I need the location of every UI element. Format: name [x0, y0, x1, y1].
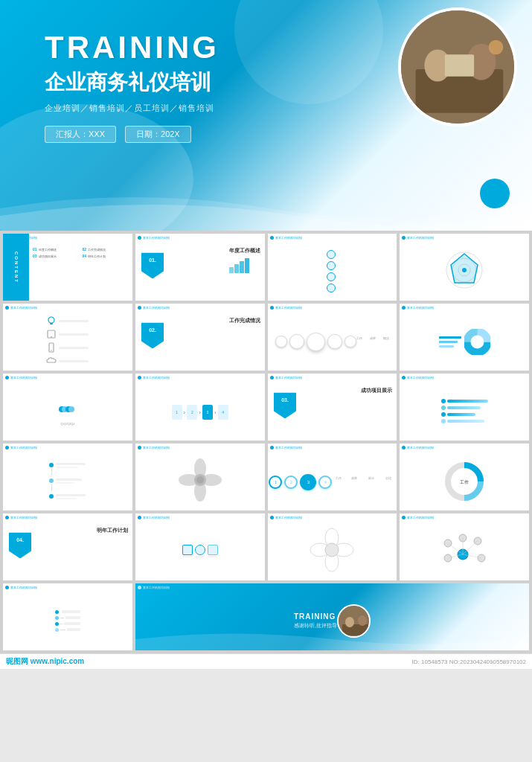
- date-tag: 日期：202X: [125, 126, 191, 143]
- gear-bar-1: [59, 320, 89, 322]
- svg-rect-13: [50, 323, 53, 324]
- content-bar: CONTENT: [3, 234, 29, 301]
- vt-dot-2: [49, 478, 54, 483]
- tablet-icon: [46, 329, 57, 339]
- thumb-network[interactable]: 童本工作机能培训报: [400, 513, 529, 580]
- thumb-radar[interactable]: 童本工作机能培训报: [400, 234, 529, 301]
- thumb-h-bars[interactable]: 童本工作机能培训报: [400, 374, 529, 441]
- thumb-header-text-22: 童本工作机能培训报: [10, 586, 37, 589]
- dot-text-3: [64, 622, 80, 625]
- circ-labels: 工作 成果 展示 总结: [332, 477, 395, 480]
- thumb-content-slide[interactable]: 童本工作机能培训报 CONTENT 01 年度工作概述 02 工作完成情况 03…: [3, 234, 132, 301]
- svg-text:02.: 02.: [149, 327, 156, 333]
- thumb-placeholder-1[interactable]: 童本工作机能培训报: [3, 583, 132, 650]
- dots-timeline: [52, 600, 83, 635]
- svg-text:04.: 04.: [16, 537, 24, 542]
- section03-content: 成功项目展示: [361, 387, 392, 394]
- thumb-ring-arrows[interactable]: 童本工作机能培训报 工作: [400, 444, 529, 510]
- thumb-white-flower[interactable]: 童本工作机能培训报: [268, 513, 397, 580]
- svg-point-22: [472, 336, 482, 347]
- cover-slide: TRAINING 企业商务礼仪培训 企业培训／销售培训／员工培训／销售培训 汇报…: [0, 0, 532, 231]
- label-03: 成功项目展示: [39, 254, 57, 258]
- hbar-row-2: [441, 406, 488, 410]
- radar-container: [444, 234, 485, 301]
- flower-svg: [178, 458, 222, 502]
- thumb-section03[interactable]: 童本工作机能培训报 03. 成功项目展示: [268, 374, 397, 441]
- thumb-icon-grid[interactable]: 童本工作机能培训报: [135, 513, 265, 580]
- icon-cell-3: [208, 545, 218, 557]
- thumb-header-14: 童本工作机能培训报: [5, 446, 130, 449]
- cover-tags: 汇报人：XXX 日期：202X: [45, 126, 219, 143]
- section-badge-02: 02.: [141, 323, 164, 352]
- bar3: [240, 261, 244, 273]
- vt-bar-2b: [56, 482, 74, 484]
- bubbles-labels: 工作 成果 概况: [356, 337, 389, 340]
- thumb-circular-steps[interactable]: 童本工作机能培训报 1 2 3 4 工作 成果 展示 总结: [268, 444, 397, 510]
- vt-dot-1: [49, 463, 54, 467]
- thumb-final-slide[interactable]: 童本工作机能培训报 TRAINING 感谢聆听,批评指导: [135, 583, 529, 650]
- thumb-header-text-4: 童本工作机能培训报: [275, 236, 302, 240]
- work-item-row-4: [327, 284, 337, 292]
- thumb-header-10: 童本工作机能培训报: [5, 376, 130, 380]
- dot-line-3: [60, 624, 63, 624]
- thumb-dot-3: [138, 236, 141, 240]
- hbars-container: [437, 388, 493, 426]
- svg-text:03.: 03.: [281, 397, 289, 403]
- cover-meeting-svg: [401, 10, 514, 125]
- thumb-dot-15: [138, 446, 141, 449]
- nipic-bar: 昵图网 www.nipic.com ID: 10548573 NO:202304…: [0, 653, 532, 669]
- thumb-header-text-9: 童本工作机能培训报: [407, 306, 434, 310]
- thumb-timeline[interactable]: 童本工作机能培训报 Q1 Q2 Q3 Q4: [3, 374, 132, 441]
- dot-2: [55, 616, 59, 620]
- work-item-row-3: [327, 272, 337, 281]
- thumb-section02[interactable]: 童本工作机能培训报 02. 工作完成情况: [135, 304, 265, 371]
- cover-image: [398, 7, 517, 127]
- thumb-dot-17: [402, 446, 406, 449]
- thumb-bubbles[interactable]: 童本工作机能培训报 工作 成果 概况: [268, 304, 397, 371]
- section04-content: 明年工作计划: [97, 527, 128, 534]
- icon-box-3: [208, 545, 218, 555]
- thumb-header-9: 童本工作机能培训报: [402, 306, 527, 310]
- t-label-4: Q4: [71, 423, 75, 426]
- thumb-arrow-steps[interactable]: 童本工作机能培训报 1 › 2 › 3 › 4: [135, 374, 265, 441]
- thumb-flower[interactable]: 童本工作机能培训报: [135, 444, 265, 510]
- thumb-v-timeline[interactable]: 童本工作机能培训报: [3, 444, 132, 510]
- thumb-header-text-18: 童本工作机能培训报: [10, 516, 37, 519]
- final-text: TRAINING 感谢聆听,批评指导: [294, 612, 337, 630]
- section04-title: 明年工作计划: [97, 527, 128, 534]
- thumb-pie[interactable]: 童本工作机能培训报: [400, 304, 529, 371]
- thumb-header-21: 童本工作机能培训报: [402, 516, 527, 519]
- vt-bar-2: [56, 478, 82, 481]
- hbar-dot-2: [441, 406, 446, 410]
- step-1: 1: [172, 405, 182, 420]
- vt-content-3: [56, 494, 86, 499]
- step-num-2: 2: [191, 410, 193, 414]
- label-04: 明年工作计划: [88, 254, 106, 258]
- thumb-work-items[interactable]: 童本工作机能培训报: [268, 234, 397, 301]
- svg-point-5: [489, 39, 504, 54]
- final-title-text: TRAINING: [294, 612, 337, 621]
- num-03: 03: [33, 254, 37, 258]
- thumb-header-6: 童本工作机能培训报: [5, 306, 130, 310]
- thumb-header-12: 童本工作机能培训报: [270, 376, 395, 380]
- thumb-header-text-16: 童本工作机能培训报: [275, 446, 302, 449]
- work-item-row-2: [327, 261, 337, 270]
- hbar-dot-1: [441, 399, 446, 403]
- thumb-section01[interactable]: 童本工作机能培训报 01. 年度工作概述: [135, 234, 265, 301]
- step-4: 4: [218, 405, 228, 420]
- vt-item-3: [49, 494, 86, 499]
- vt-bar-3: [56, 494, 86, 496]
- gear-row-3: [46, 342, 89, 353]
- thumb-header-text-5: 童本工作机能培训报: [407, 236, 434, 240]
- work-icon-2: [327, 261, 336, 270]
- circular-steps-container: 1 2 3 4: [269, 464, 332, 490]
- thumb-section04[interactable]: 童本工作机能培训报 04. 明年工作计划: [3, 513, 132, 580]
- step-2: 2: [187, 405, 197, 420]
- thumb-gear-icons[interactable]: 童本工作机能培训报: [3, 304, 132, 371]
- vt-line-2: [51, 484, 52, 491]
- thumb-header-text-17: 童本工作机能培训报: [407, 446, 434, 449]
- icon-bar-2: [196, 556, 205, 557]
- cover-image-inner: [401, 10, 514, 124]
- hbar-row-1: [441, 399, 488, 403]
- bar2: [234, 264, 239, 273]
